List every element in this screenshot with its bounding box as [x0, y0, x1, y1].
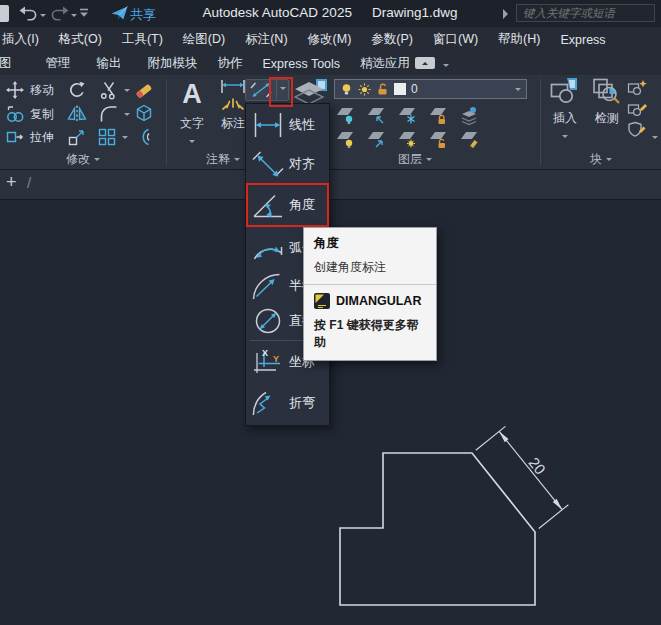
array-caret[interactable]: [122, 136, 128, 142]
share-label[interactable]: 共享: [130, 6, 156, 24]
menu-item-aligned[interactable]: 对齐: [246, 145, 329, 183]
undo-icon: [18, 6, 38, 21]
menu-format[interactable]: 格式(O): [49, 31, 112, 48]
erase-button[interactable]: [135, 79, 155, 99]
array-button[interactable]: [97, 127, 128, 147]
menu-dimension[interactable]: 标注(N): [235, 31, 297, 48]
menu-item-linear[interactable]: 线性: [246, 105, 329, 145]
stretch-button[interactable]: 拉伸: [5, 127, 54, 147]
search-expand-icon[interactable]: [503, 9, 513, 19]
redo-dropdown-caret[interactable]: [71, 14, 77, 20]
extension-line-2: [539, 505, 569, 529]
menu-item-jogged[interactable]: 折弯: [246, 382, 329, 424]
file-tab-strip: + /: [0, 170, 661, 200]
layer-thaw-all-icon[interactable]: [396, 130, 427, 149]
radius-dim-icon: [250, 271, 286, 301]
search-input[interactable]: [516, 4, 655, 22]
layer-tools-grid: [334, 103, 489, 151]
text-button[interactable]: A 文字: [174, 77, 210, 150]
scale-button[interactable]: [67, 127, 87, 147]
share-button[interactable]: [111, 5, 128, 22]
app-menu-icon[interactable]: [0, 5, 9, 22]
insert-block-icon: [545, 77, 585, 107]
qat-customize-icon: [79, 8, 89, 19]
copy-label: 复制: [30, 106, 54, 123]
tab-addins[interactable]: 附加模块: [139, 55, 207, 72]
linear-dim-icon: [250, 110, 286, 140]
ribbon-collapse-caret[interactable]: [443, 64, 449, 70]
erase-icon: [135, 79, 155, 99]
text-tool-icon: A: [174, 77, 210, 111]
qat-customize-button[interactable]: [79, 5, 89, 22]
explode-button[interactable]: [134, 103, 154, 123]
undo-button[interactable]: [18, 5, 38, 22]
mirror-button[interactable]: [67, 104, 87, 124]
tab-collaborate[interactable]: 协作: [209, 55, 252, 72]
move-button[interactable]: 移动: [5, 80, 54, 100]
tooltip-dimangular: 角度 创建角度标注 DIMANGULAR 按 F1 键获得更多帮助: [303, 227, 437, 361]
new-drawing-tab-button[interactable]: +: [6, 172, 17, 193]
ordinate-dim-icon: XY: [250, 347, 286, 377]
tab-express-tools[interactable]: Express Tools: [254, 57, 350, 71]
undo-dropdown-caret[interactable]: [40, 14, 46, 20]
stretch-icon: [5, 127, 25, 147]
fillet-button[interactable]: [99, 104, 130, 124]
panel-modify: 移动 复制 拉伸: [0, 75, 166, 170]
ribbon-tab-row: 图 管理 输出 附加模块 协作 Express Tools 精选应用: [0, 52, 661, 75]
ribbon-collapse-button[interactable]: [415, 57, 435, 69]
block-panel-label[interactable]: 块: [541, 151, 661, 168]
panel-block: 插入 检测 块: [541, 75, 661, 170]
trim-caret[interactable]: [124, 89, 130, 95]
menu-insert[interactable]: 插入(I): [0, 31, 49, 48]
block-tools-caret[interactable]: [652, 136, 658, 142]
modify-panel-label[interactable]: 修改: [0, 151, 166, 168]
command-icon: [314, 293, 330, 309]
menu-window[interactable]: 窗口(W): [423, 31, 488, 48]
menu-express[interactable]: Express: [550, 33, 615, 47]
tab-featured-apps[interactable]: 精选应用: [351, 55, 419, 72]
offset-button[interactable]: [134, 127, 154, 147]
layer-isolate-icon[interactable]: [334, 106, 365, 125]
layer-paint-icon[interactable]: [458, 130, 489, 149]
trim-button[interactable]: [99, 80, 130, 100]
copy-icon: [5, 104, 25, 124]
copy-button[interactable]: 复制: [5, 104, 54, 124]
layer-on-icon: [340, 83, 353, 96]
array-icon: [97, 127, 117, 147]
current-layer-name: 0: [411, 82, 418, 96]
menu-help[interactable]: 帮助(H): [488, 31, 550, 48]
layer-dropdown[interactable]: 0: [334, 79, 527, 99]
create-block-icon[interactable]: [627, 79, 648, 96]
layer-unlock-all-icon[interactable]: [427, 130, 458, 149]
menu-modify[interactable]: 修改(M): [298, 31, 362, 48]
move-icon: [5, 80, 25, 100]
insert-block-button[interactable]: 插入: [545, 77, 585, 145]
svg-text:Y: Y: [273, 354, 279, 364]
menu-tools[interactable]: 工具(T): [112, 31, 173, 48]
ribbon: 移动 复制 拉伸: [0, 75, 661, 170]
redo-button[interactable]: [50, 5, 70, 22]
tab-view[interactable]: 图: [0, 55, 21, 72]
layer-freeze-icon[interactable]: [396, 106, 427, 125]
fillet-caret[interactable]: [124, 113, 130, 119]
inspect-block-button[interactable]: 检测: [587, 77, 627, 127]
layer-lock-icon[interactable]: [427, 106, 458, 125]
tab-manage[interactable]: 管理: [37, 55, 80, 72]
extension-line-1: [476, 426, 506, 450]
layer-states-icon[interactable]: [458, 106, 489, 125]
menu-item-angular[interactable]: 角度: [246, 183, 329, 227]
layer-unisolate-icon[interactable]: [365, 106, 396, 125]
layer-on-off-icon[interactable]: [334, 130, 365, 149]
text-label: 文字: [174, 115, 210, 132]
edit-block-icon[interactable]: [627, 100, 648, 117]
text-caret: [189, 140, 195, 146]
layer-thaw-icon: [358, 83, 371, 96]
titlebar: 共享 Autodesk AutoCAD 2025 Drawing1.dwg: [0, 0, 661, 27]
layer-dropdown-caret[interactable]: [515, 88, 521, 94]
layer-match-icon[interactable]: [365, 130, 396, 149]
rotate-button[interactable]: [67, 80, 87, 100]
menu-draw[interactable]: 绘图(D): [173, 31, 235, 48]
edit-attributes-icon[interactable]: [627, 121, 648, 138]
menu-parametric[interactable]: 参数(P): [361, 31, 423, 48]
tab-output[interactable]: 输出: [88, 55, 131, 72]
